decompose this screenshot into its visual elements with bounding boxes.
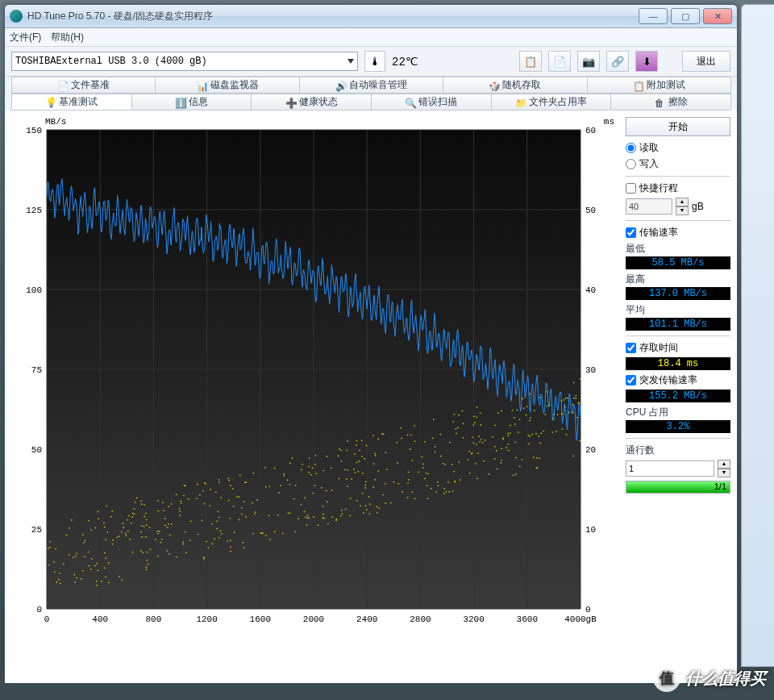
shortstroke-label: 快捷行程 bbox=[639, 181, 678, 195]
burst-rate-checkbox[interactable] bbox=[626, 375, 636, 385]
max-value: 137.0 MB/s bbox=[626, 287, 730, 300]
cpu-value: 3.2% bbox=[626, 420, 730, 433]
passes-label: 通行数 bbox=[626, 444, 730, 457]
menu-help[interactable]: 帮助(H) bbox=[51, 31, 84, 44]
min-value: 58.5 MB/s bbox=[626, 256, 730, 269]
shortstroke-spinner: ▲▼ bbox=[676, 198, 689, 215]
left-axis-label: MB/s bbox=[45, 117, 66, 127]
write-radio-row: 写入 bbox=[626, 157, 730, 171]
progress-text: 1/1 bbox=[714, 481, 726, 491]
tab-label: 健康状态 bbox=[299, 95, 338, 109]
passes-input[interactable] bbox=[626, 460, 714, 477]
tab-label: 随机存取 bbox=[502, 78, 541, 92]
tabs-upper: 📄文件基准📊磁盘监视器🔊自动噪音管理🎲随机存取📋附加测试 bbox=[11, 77, 730, 94]
drive-select-value: TOSHIBAExternal USB 3.0 (4000 gB) bbox=[15, 56, 207, 67]
error-scan-icon: 🔍 bbox=[405, 98, 414, 107]
background-window bbox=[741, 4, 774, 667]
tab-label: 磁盘监视器 bbox=[210, 78, 259, 92]
right-axis-label: ms bbox=[604, 117, 614, 127]
folder-usage-icon: 📁 bbox=[515, 98, 525, 107]
tab-extra-tests[interactable]: 📋附加测试 bbox=[587, 77, 731, 93]
menubar: 文件(F) 帮助(H) bbox=[5, 28, 737, 47]
tab-error-scan[interactable]: 🔍错误扫描 bbox=[371, 94, 492, 110]
access-time-value: 18.4 ms bbox=[626, 357, 730, 370]
shortstroke-input bbox=[626, 198, 672, 215]
chart-area: MB/s ms bbox=[11, 117, 618, 677]
dropdown-caret-icon bbox=[347, 59, 354, 64]
info-icon: ℹ️ bbox=[175, 98, 185, 107]
tab-random-access[interactable]: 🎲随机存取 bbox=[443, 77, 587, 93]
tab-label: 文件夹占用率 bbox=[529, 95, 587, 109]
main-window: HD Tune Pro 5.70 - 硬盘/固态硬盘实用程序 — ▢ ✕ 文件(… bbox=[4, 4, 738, 667]
transfer-rate-checkbox[interactable] bbox=[626, 227, 636, 238]
min-label: 最低 bbox=[626, 242, 730, 256]
tab-label: 错误扫描 bbox=[418, 95, 457, 109]
tabs-lower: 💡基准测试ℹ️信息➕健康状态🔍错误扫描📁文件夹占用率🗑擦除 bbox=[11, 94, 730, 110]
max-label: 最高 bbox=[626, 273, 730, 286]
health-icon: ➕ bbox=[285, 98, 295, 107]
toolbar: TOSHIBAExternal USB 3.0 (4000 gB) 🌡 22℃ … bbox=[5, 47, 737, 77]
options-button[interactable]: 🔗 bbox=[606, 51, 629, 72]
minimize-button[interactable]: — bbox=[639, 8, 668, 24]
access-time-checkbox[interactable] bbox=[626, 343, 636, 353]
tab-aam[interactable]: 🔊自动噪音管理 bbox=[299, 77, 443, 93]
copy-info-button[interactable]: 📋 bbox=[519, 51, 542, 72]
exit-button[interactable]: 退出 bbox=[682, 51, 730, 72]
tab-health[interactable]: ➕健康状态 bbox=[251, 94, 372, 110]
extra-tests-icon: 📋 bbox=[633, 81, 643, 90]
tab-info[interactable]: ℹ️信息 bbox=[131, 94, 252, 110]
avg-label: 平均 bbox=[626, 303, 730, 317]
watermark-icon: 值 bbox=[653, 665, 680, 692]
tab-label: 基准测试 bbox=[59, 95, 98, 109]
aam-icon: 🔊 bbox=[335, 81, 345, 90]
titlebar[interactable]: HD Tune Pro 5.70 - 硬盘/固态硬盘实用程序 — ▢ ✕ bbox=[5, 5, 737, 28]
menu-file[interactable]: 文件(F) bbox=[10, 31, 41, 44]
tab-label: 擦除 bbox=[668, 95, 688, 109]
passes-spinner[interactable]: ▲▼ bbox=[718, 460, 730, 477]
window-title: HD Tune Pro 5.70 - 硬盘/固态硬盘实用程序 bbox=[27, 10, 639, 23]
read-label: 读取 bbox=[639, 141, 659, 155]
read-radio-row: 读取 bbox=[626, 141, 730, 155]
screenshot-button[interactable]: 📷 bbox=[577, 51, 600, 72]
read-radio[interactable] bbox=[626, 143, 636, 153]
controls-panel: 开始 读取 写入 快捷行程 ▲▼ gB bbox=[618, 117, 730, 677]
shortstroke-checkbox[interactable] bbox=[626, 183, 636, 194]
temperature-value: 22℃ bbox=[392, 55, 418, 69]
watermark: 值 什么值得买 bbox=[653, 665, 766, 692]
save-button[interactable]: ⬇ bbox=[635, 51, 658, 72]
tab-label: 自动噪音管理 bbox=[349, 78, 407, 92]
progress-bar: 1/1 bbox=[626, 481, 730, 494]
start-button[interactable]: 开始 bbox=[626, 117, 730, 136]
thermometer-icon: 🌡 bbox=[364, 51, 385, 72]
file-benchmark-icon: 📄 bbox=[57, 81, 67, 90]
erase-icon: 🗑 bbox=[655, 98, 664, 107]
tab-label: 信息 bbox=[189, 95, 208, 109]
tab-folder-usage[interactable]: 📁文件夹占用率 bbox=[491, 94, 612, 110]
cpu-label: CPU 占用 bbox=[626, 406, 730, 419]
transfer-rate-label: 传输速率 bbox=[639, 226, 678, 240]
disk-monitor-icon: 📊 bbox=[197, 81, 206, 90]
copy-screenshot-button[interactable]: 📄 bbox=[548, 51, 571, 72]
random-access-icon: 🎲 bbox=[489, 81, 498, 90]
avg-value: 101.1 MB/s bbox=[626, 318, 730, 331]
write-radio[interactable] bbox=[626, 159, 636, 169]
benchmark-icon: 💡 bbox=[45, 97, 55, 106]
shortstroke-unit: gB bbox=[692, 201, 704, 212]
drive-select[interactable]: TOSHIBAExternal USB 3.0 (4000 gB) bbox=[11, 52, 358, 71]
tab-erase[interactable]: 🗑擦除 bbox=[610, 94, 731, 110]
close-button[interactable]: ✕ bbox=[703, 8, 732, 24]
maximize-button[interactable]: ▢ bbox=[671, 8, 700, 24]
app-icon bbox=[10, 10, 23, 23]
burst-rate-label: 突发传输速率 bbox=[639, 373, 697, 387]
tab-label: 附加测试 bbox=[647, 78, 685, 92]
tab-disk-monitor[interactable]: 📊磁盘监视器 bbox=[155, 77, 299, 93]
benchmark-chart bbox=[11, 117, 608, 633]
write-label: 写入 bbox=[639, 157, 659, 171]
tab-benchmark[interactable]: 💡基准测试 bbox=[11, 94, 132, 110]
watermark-text: 什么值得买 bbox=[685, 668, 766, 690]
access-time-label: 存取时间 bbox=[639, 341, 678, 355]
burst-rate-value: 155.2 MB/s bbox=[626, 390, 730, 402]
tab-label: 文件基准 bbox=[71, 78, 110, 92]
tab-file-benchmark[interactable]: 📄文件基准 bbox=[11, 77, 156, 93]
